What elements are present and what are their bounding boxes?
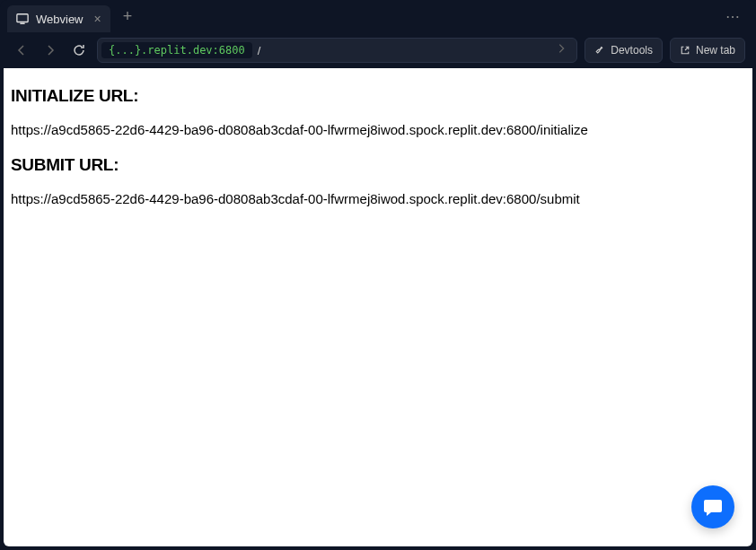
heading-initialize: INITIALIZE URL:: [11, 86, 745, 106]
tab-webview[interactable]: Webview ×: [7, 5, 110, 32]
new-tab-label: New tab: [696, 44, 735, 57]
tab-bar: Webview × + ⋯: [0, 0, 756, 32]
forward-button[interactable]: [40, 39, 61, 61]
back-button[interactable]: [11, 39, 32, 61]
new-tab-button[interactable]: +: [116, 4, 140, 30]
url-submit: https://a9cd5865-22d6-4429-ba96-d0808ab3…: [11, 191, 745, 206]
devtools-button[interactable]: Devtools: [585, 38, 663, 63]
chat-icon: [702, 496, 724, 518]
svg-rect-0: [17, 14, 28, 22]
chat-bubble-button[interactable]: [691, 485, 734, 528]
url-initialize: https://a9cd5865-22d6-4429-ba96-d0808ab3…: [11, 122, 745, 137]
url-path: /: [258, 44, 545, 57]
external-link-icon: [680, 45, 690, 56]
devtools-label: Devtools: [611, 44, 653, 57]
go-icon[interactable]: [549, 42, 573, 58]
reload-button[interactable]: [68, 39, 90, 61]
wrench-icon: [594, 45, 605, 56]
toolbar: {...}.replit.dev:6800 / Devtools: [0, 32, 756, 68]
heading-submit: SUBMIT URL:: [11, 155, 745, 175]
window: Webview × + ⋯ {...}.replit.dev:6800 /: [0, 0, 756, 550]
url-bar[interactable]: {...}.replit.dev:6800 /: [97, 38, 577, 63]
more-menu-button[interactable]: ⋯: [718, 4, 749, 29]
monitor-icon: [16, 13, 29, 25]
content-viewport: INITIALIZE URL: https://a9cd5865-22d6-44…: [4, 68, 752, 546]
tab-title: Webview: [36, 13, 84, 26]
new-tab-button-toolbar[interactable]: New tab: [670, 38, 745, 63]
url-host: {...}.replit.dev:6800: [101, 42, 252, 58]
close-icon[interactable]: ×: [94, 12, 101, 26]
